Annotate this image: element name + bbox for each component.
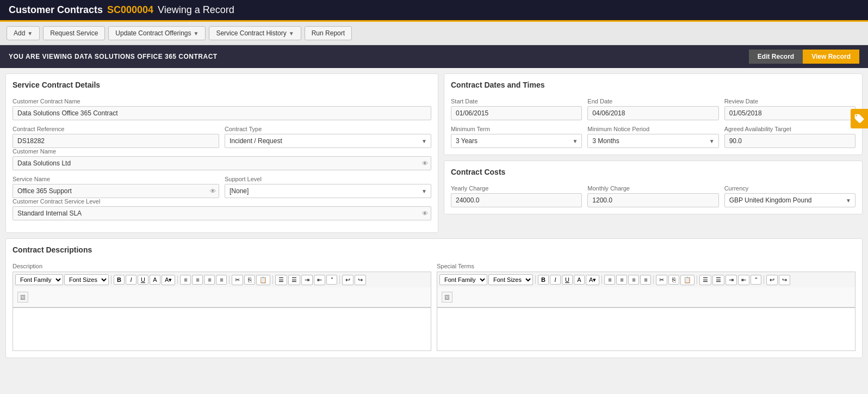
terms-align-center-button[interactable]: ≡ (616, 275, 627, 285)
terms-undo-button[interactable]: ↩ (766, 275, 778, 285)
customer-name-input[interactable] (13, 156, 431, 170)
service-contract-details-panel: Service Contract Details Customer Contra… (5, 73, 438, 233)
service-history-button[interactable]: Service Contract History ▼ (209, 26, 301, 40)
tag-icon (854, 113, 865, 124)
special-terms-editor[interactable] (437, 307, 855, 351)
terms-bullet-button[interactable]: ☰ (699, 275, 711, 285)
minimum-notice-select-wrapper: 1 Month 2 Months 3 Months 6 Months ▼ (587, 134, 718, 148)
desc-paste-button[interactable]: 📋 (256, 275, 270, 285)
currency-select[interactable]: GBP United Kingdom Pound USD United Stat… (724, 193, 855, 207)
update-contract-button[interactable]: Update Contract Offerings ▼ (108, 26, 206, 40)
desc-italic-button[interactable]: I (126, 275, 137, 285)
terms-fontcolor-button[interactable]: A (574, 275, 585, 285)
terms-redo-button[interactable]: ↪ (779, 275, 790, 285)
desc-quote-button[interactable]: " (326, 275, 337, 285)
terms-italic-button[interactable]: I (550, 275, 561, 285)
terms-font-family-select[interactable]: Font Family (439, 274, 487, 285)
info-bar: YOU ARE VIEWING DATA SOLUTIONS OFFICE 36… (0, 45, 868, 68)
terms-underline-button[interactable]: U (562, 275, 573, 285)
service-level-input-wrapper: 👁 (13, 206, 431, 220)
edit-record-button[interactable]: Edit Record (749, 50, 803, 64)
minimum-term-group: Minimum Term 1 Year 2 Years 3 Years 4 Ye… (451, 126, 582, 148)
minimum-term-select[interactable]: 1 Year 2 Years 3 Years 4 Years 5 Years (451, 134, 582, 148)
desc-outdent-button[interactable]: ⇤ (314, 275, 325, 285)
description-toolbar: Font Family Font Sizes B I U A A▾ ≡ ≡ ≡ … (13, 272, 431, 287)
service-level-input[interactable] (13, 206, 431, 220)
desc-redo-button[interactable]: ↪ (355, 275, 366, 285)
contract-reference-group: Contract Reference (13, 126, 219, 148)
currency-select-wrapper: GBP United Kingdom Pound USD United Stat… (724, 193, 855, 207)
service-name-label: Service Name (13, 176, 219, 182)
yearly-charge-label: Yearly Charge (451, 185, 582, 192)
desc-indent-button[interactable]: ⇥ (301, 275, 313, 285)
support-level-select[interactable]: [None] Standard Premium (225, 184, 431, 198)
desc-font-family-select[interactable]: Font Family (15, 274, 63, 285)
add-dropdown-icon: ▼ (27, 30, 33, 36)
desc-numbered-button[interactable]: ☰ (288, 275, 300, 285)
agreed-availability-input[interactable] (724, 134, 855, 148)
desc-cut-button[interactable]: ✂ (232, 275, 243, 285)
customer-contract-name-input[interactable] (13, 106, 431, 120)
desc-bold-button[interactable]: B (114, 275, 125, 285)
desc-bullet-button[interactable]: ☰ (275, 275, 287, 285)
desc-separator-4 (272, 275, 273, 284)
service-level-label: Customer Contract Service Level (13, 198, 431, 205)
terms-font-size-select[interactable]: Font Sizes (488, 274, 533, 285)
desc-align-center-button[interactable]: ≡ (192, 275, 203, 285)
minimum-notice-select[interactable]: 1 Month 2 Months 3 Months 6 Months (587, 134, 718, 148)
special-terms-label: Special Terms (437, 263, 855, 269)
terms-separator-3 (653, 275, 654, 284)
service-name-input[interactable] (13, 184, 219, 198)
main-content: Service Contract Details Customer Contra… (0, 68, 868, 364)
terms-justify-button[interactable]: ≡ (640, 275, 651, 285)
add-button[interactable]: Add ▼ (7, 26, 40, 40)
desc-fontcolor-button[interactable]: A (150, 275, 160, 285)
start-date-input[interactable] (451, 106, 582, 120)
terms-outdent-button[interactable]: ⇤ (738, 275, 749, 285)
customer-contract-name-label: Customer Contract Name (13, 98, 431, 104)
terms-highlight-button[interactable]: A▾ (586, 275, 599, 285)
contract-type-select[interactable]: Incident / Request Time and Materials Fi… (225, 134, 431, 148)
desc-font-size-select[interactable]: Font Sizes (64, 274, 109, 285)
desc-align-left-button[interactable]: ≡ (180, 275, 191, 285)
view-record-button[interactable]: View Record (803, 50, 859, 64)
monthly-charge-input[interactable] (587, 193, 718, 207)
currency-group: Currency GBP United Kingdom Pound USD Un… (724, 185, 855, 207)
terms-quote-button[interactable]: " (751, 275, 761, 285)
info-bar-actions: Edit Record View Record (749, 50, 859, 64)
contract-type-group: Contract Type Incident / Request Time an… (225, 126, 431, 148)
contract-dates-title: Contract Dates and Times (451, 81, 855, 91)
service-name-group: Service Name 👁 (13, 176, 219, 198)
request-service-button[interactable]: Request Service (43, 26, 105, 40)
description-editor[interactable] (13, 307, 431, 351)
terms-numbered-button[interactable]: ☰ (712, 275, 724, 285)
terms-align-left-button[interactable]: ≡ (604, 275, 615, 285)
run-report-button[interactable]: Run Report (305, 26, 352, 40)
support-level-group: Support Level [None] Standard Premium ▼ (225, 176, 431, 198)
desc-highlight-button[interactable]: A▾ (162, 275, 175, 285)
yearly-charge-input[interactable] (451, 193, 582, 207)
terms-paste-button[interactable]: 📋 (680, 275, 695, 285)
service-contract-details-title: Service Contract Details (13, 81, 431, 91)
desc-justify-button[interactable]: ≡ (216, 275, 227, 285)
minimum-term-select-wrapper: 1 Year 2 Years 3 Years 4 Years 5 Years ▼ (451, 134, 582, 148)
contract-descriptions-title: Contract Descriptions (13, 245, 855, 256)
desc-underline-button[interactable]: U (138, 275, 148, 285)
tag-icon-button[interactable] (851, 109, 868, 128)
desc-copy-button[interactable]: ⎘ (244, 275, 255, 285)
terms-copy-button[interactable]: ⎘ (668, 275, 679, 285)
service-level-view-icon[interactable]: 👁 (422, 210, 428, 217)
service-name-view-icon[interactable]: 👁 (210, 188, 216, 194)
terms-cut-button[interactable]: ✂ (656, 275, 667, 285)
terms-indent-button[interactable]: ⇥ (726, 275, 737, 285)
terms-bold-button[interactable]: B (538, 275, 549, 285)
end-date-input[interactable] (587, 106, 718, 120)
desc-align-right-button[interactable]: ≡ (204, 275, 215, 285)
desc-undo-button[interactable]: ↩ (342, 275, 354, 285)
customer-name-view-icon[interactable]: 👁 (422, 160, 428, 167)
contract-reference-input[interactable] (13, 134, 219, 148)
review-date-input[interactable] (724, 106, 855, 120)
special-terms-toolbar: Font Family Font Sizes B I U A A▾ ≡ ≡ ≡ … (437, 272, 855, 287)
terms-align-right-button[interactable]: ≡ (628, 275, 639, 285)
review-date-label: Review Date (724, 98, 855, 104)
